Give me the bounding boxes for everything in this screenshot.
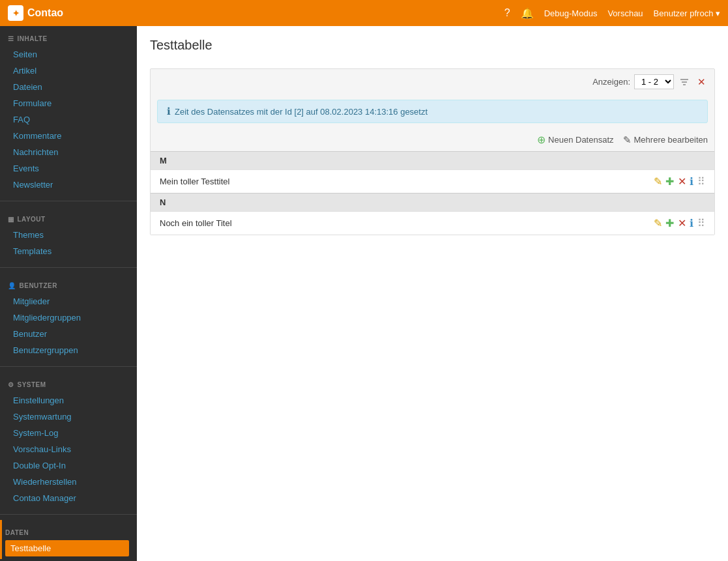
- help-icon[interactable]: ?: [504, 7, 510, 19]
- table-row: Noch ein toller Titel ✎ ✚ ✕ ℹ ⠿: [151, 212, 714, 235]
- anzeigen-label: Anzeigen:: [592, 77, 630, 87]
- sidebar-item-benutzergruppen[interactable]: Benutzergruppen: [8, 342, 129, 358]
- group-header-m: M: [151, 152, 714, 170]
- main-panel: Anzeigen: 1 - 2 ✕ ℹ Zeit des Datensatze: [150, 68, 715, 235]
- info-bar: ℹ Zeit des Datensatzes mit der Id [2] au…: [157, 100, 708, 123]
- sidebar-section-inhalte: ☰ INHALTE Seiten Artikel Dateien Formula…: [0, 26, 137, 195]
- sidebar-section-header-layout: ▦ LAYOUT: [8, 216, 129, 223]
- filter-icon[interactable]: [678, 76, 691, 89]
- sidebar-item-vorschau-links[interactable]: Vorschau-Links: [8, 441, 129, 457]
- sidebar-item-events[interactable]: Events: [8, 160, 129, 177]
- sidebar-item-system-log[interactable]: System-Log: [8, 425, 129, 441]
- sidebar-item-benutzer[interactable]: Benutzer: [8, 326, 129, 342]
- sidebar-section-benutzer: 👤 BENUTZER Mitglieder Mitgliedergruppen …: [0, 273, 137, 361]
- content-area: Testtabelle Anzeigen: 1 - 2 ✕: [137, 26, 728, 561]
- copy-icon-2[interactable]: ✚: [665, 217, 674, 229]
- sidebar-item-artikel[interactable]: Artikel: [8, 63, 129, 79]
- preview-link[interactable]: Vorschau: [607, 8, 643, 18]
- edit-icon-1[interactable]: ✎: [654, 175, 662, 188]
- edit-multiple-label: Mehrere bearbeiten: [634, 135, 708, 145]
- main-layout: ☰ INHALTE Seiten Artikel Dateien Formula…: [0, 26, 728, 561]
- sidebar-section-header-daten: DATEN: [5, 529, 129, 536]
- drag-icon-2[interactable]: ⠿: [697, 217, 705, 229]
- logo[interactable]: ✦ Contao: [8, 5, 63, 21]
- user-chevron-icon: ▾: [716, 8, 720, 18]
- inhalte-icon: ☰: [8, 35, 14, 42]
- new-record-plus-icon: ⊕: [537, 134, 546, 146]
- action-bar: ⊕ Neuen Datensatz ✎ Mehrere bearbeiten: [151, 128, 714, 151]
- row-actions-2: ✎ ✚ ✕ ℹ ⠿: [636, 212, 714, 235]
- delete-icon-1[interactable]: ✕: [678, 175, 686, 188]
- info-circle-icon: ℹ: [167, 106, 171, 117]
- layout-icon: ▦: [8, 216, 14, 223]
- benutzer-icon: 👤: [8, 282, 16, 289]
- sidebar-item-themes[interactable]: Themes: [8, 227, 129, 243]
- row-actions-1: ✎ ✚ ✕ ℹ ⠿: [636, 170, 714, 194]
- sidebar-item-dateien[interactable]: Dateien: [8, 79, 129, 95]
- sidebar-item-nachrichten[interactable]: Nachrichten: [8, 144, 129, 160]
- sidebar-item-templates[interactable]: Templates: [8, 243, 129, 259]
- sidebar-item-testtabelle[interactable]: Testtabelle: [5, 540, 129, 556]
- logo-icon: ✦: [8, 5, 23, 21]
- sidebar-section-system: ⚙ SYSTEM Einstellungen Systemwartung Sys…: [0, 372, 137, 509]
- new-record-link[interactable]: ⊕ Neuen Datensatz: [537, 134, 613, 146]
- page-title: Testtabelle: [137, 26, 728, 62]
- table-row: Mein toller Testtitel ✎ ✚ ✕ ℹ ⠿: [151, 170, 714, 194]
- sidebar-item-wiederherstellen[interactable]: Wiederherstellen: [8, 474, 129, 490]
- sidebar-item-double-opt-in[interactable]: Double Opt-In: [8, 457, 129, 474]
- sidebar-section-header-inhalte: ☰ INHALTE: [8, 35, 129, 42]
- sidebar: ☰ INHALTE Seiten Artikel Dateien Formula…: [0, 26, 137, 561]
- edit-multiple-link[interactable]: ✎ Mehrere bearbeiten: [623, 134, 708, 146]
- info-icon-1[interactable]: ℹ: [690, 175, 693, 188]
- sidebar-section-daten: DATEN Testtabelle: [0, 520, 137, 559]
- system-icon: ⚙: [8, 381, 14, 388]
- data-table: M Mein toller Testtitel ✎ ✚ ✕ ℹ ⠿: [151, 151, 714, 235]
- edit-multiple-icon: ✎: [623, 134, 632, 146]
- debug-mode-link[interactable]: Debug-Modus: [544, 8, 598, 18]
- row-title-2: Noch ein toller Titel: [151, 212, 636, 235]
- sidebar-item-systemwartung[interactable]: Systemwartung: [8, 409, 129, 425]
- new-record-label: Neuen Datensatz: [548, 135, 613, 145]
- edit-icon-2[interactable]: ✎: [654, 217, 662, 229]
- row-title-1: Mein toller Testtitel: [151, 170, 636, 194]
- sidebar-item-faq[interactable]: FAQ: [8, 111, 129, 128]
- bell-icon[interactable]: 🔔: [521, 7, 534, 20]
- delete-icon-2[interactable]: ✕: [678, 217, 686, 229]
- group-letter-m: M: [151, 152, 714, 170]
- content-inner: Testtabelle Anzeigen: 1 - 2 ✕: [137, 26, 728, 561]
- sidebar-item-contao-manager[interactable]: Contao Manager: [8, 490, 129, 506]
- user-name: Benutzer pfroch: [654, 8, 714, 18]
- reset-filter-icon[interactable]: ✕: [695, 76, 708, 89]
- sidebar-section-layout: ▦ LAYOUT Themes Templates: [0, 207, 137, 262]
- sidebar-item-einstellungen[interactable]: Einstellungen: [8, 392, 129, 409]
- panel-header: Anzeigen: 1 - 2 ✕: [151, 69, 714, 94]
- copy-icon-1[interactable]: ✚: [665, 175, 674, 188]
- sidebar-item-seiten[interactable]: Seiten: [8, 46, 129, 63]
- logo-text: Contao: [27, 7, 63, 19]
- sidebar-item-kommentare[interactable]: Kommentare: [8, 128, 129, 144]
- info-icon-2[interactable]: ℹ: [690, 217, 693, 229]
- sidebar-section-header-system: ⚙ SYSTEM: [8, 381, 129, 388]
- sidebar-item-mitglieder[interactable]: Mitglieder: [8, 293, 129, 309]
- info-message: Zeit des Datensatzes mit der Id [2] auf …: [175, 107, 428, 117]
- sidebar-item-newsletter[interactable]: Newsletter: [8, 177, 129, 193]
- sidebar-section-header-benutzer: 👤 BENUTZER: [8, 282, 129, 289]
- group-letter-n: N: [151, 194, 714, 212]
- group-header-n: N: [151, 194, 714, 212]
- sidebar-item-mitgliedergruppen[interactable]: Mitgliedergruppen: [8, 309, 129, 326]
- anzeigen-select[interactable]: 1 - 2: [634, 74, 674, 89]
- header: ✦ Contao ? 🔔 Debug-Modus Vorschau Benutz…: [0, 0, 728, 26]
- user-menu[interactable]: Benutzer pfroch ▾: [654, 8, 720, 18]
- header-actions: ? 🔔 Debug-Modus Vorschau Benutzer pfroch…: [504, 7, 720, 20]
- drag-icon-1[interactable]: ⠿: [697, 175, 705, 188]
- sidebar-item-formulare[interactable]: Formulare: [8, 95, 129, 111]
